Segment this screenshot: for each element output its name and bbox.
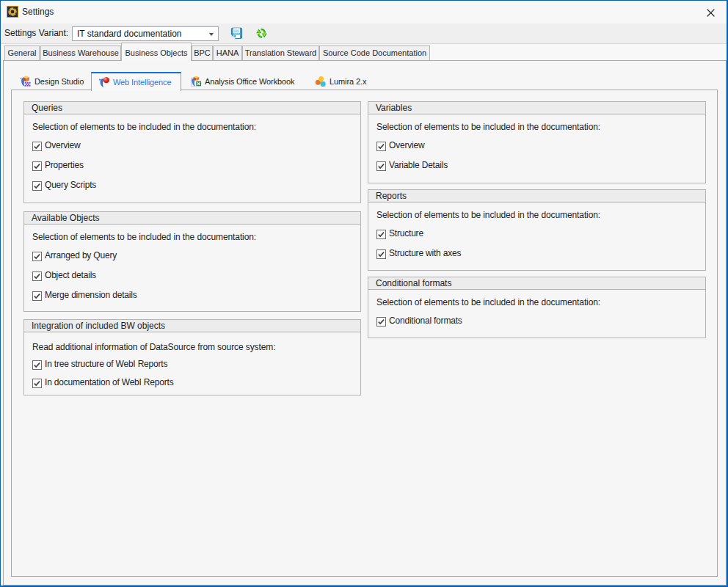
checkbox-checked-icon[interactable] — [32, 181, 42, 190]
group-title: Available Objects — [24, 212, 360, 225]
checkbox-label: Object details — [45, 270, 96, 280]
checkbox-label: Arranged by Query — [45, 250, 117, 260]
group-intro-text: Selection of elements to be included in … — [376, 210, 600, 220]
checkbox-conditional-formats[interactable]: Conditional formats — [376, 316, 462, 326]
checkbox-label: Conditional formats — [389, 316, 462, 326]
checkbox-overview[interactable]: Overview — [32, 140, 80, 150]
group-title: Queries — [24, 102, 360, 114]
group-title: Variables — [368, 102, 705, 114]
design-studio-icon — [20, 76, 32, 87]
tab-design-studio[interactable]: Design Studio — [15, 73, 91, 90]
group-title: Conditional formats — [368, 277, 705, 290]
group-title: Integration of included BW objects — [24, 320, 360, 332]
combobox-dropdown-icon[interactable] — [209, 33, 214, 36]
checkbox-checked-icon[interactable] — [32, 141, 42, 150]
checkbox-properties[interactable]: Properties — [32, 160, 84, 170]
group-intro-text: Selection of elements to be included in … — [376, 297, 600, 307]
tab-lumira[interactable]: Lumira 2.x — [310, 73, 372, 90]
settings-window: Settings Settings Variant: IT standard d… — [0, 0, 728, 587]
checkbox-checked-icon[interactable] — [376, 229, 386, 238]
tab-web-intelligence[interactable]: Web Intelligence — [91, 72, 181, 91]
checkbox-checked-icon[interactable] — [32, 161, 42, 170]
checkbox-in-tree-structure-of-webi-reports[interactable]: In tree structure of WebI Reports — [32, 359, 167, 369]
app-icon — [7, 6, 18, 18]
checkbox-checked-icon[interactable] — [32, 291, 42, 300]
checkbox-overview[interactable]: Overview — [376, 140, 424, 150]
group-title: Reports — [368, 190, 705, 203]
group-queries: QueriesSelection of elements to be inclu… — [23, 101, 361, 203]
group-intro-text: Selection of elements to be included in … — [376, 122, 600, 132]
checkbox-label: Overview — [389, 140, 424, 150]
tab-business-objects[interactable]: Business Objects — [121, 43, 192, 61]
group-conditional-formats: Conditional formatsSelection of elements… — [368, 277, 706, 338]
lumira-icon — [315, 76, 327, 87]
save-icon[interactable] — [230, 27, 243, 40]
group-intro-text: Selection of elements to be included in … — [32, 122, 256, 132]
settings-variant-combobox[interactable]: IT standard documentation — [72, 26, 219, 41]
window-title: Settings — [22, 1, 54, 23]
checkbox-in-documentation-of-webi-reports[interactable]: In documentation of WebI Reports — [32, 377, 173, 387]
checkbox-checked-icon[interactable] — [376, 316, 386, 326]
group-intro-text: Selection of elements to be included in … — [32, 232, 256, 242]
checkbox-label: In documentation of WebI Reports — [45, 377, 173, 387]
settings-variant-label: Settings Variant: — [4, 23, 68, 43]
checkbox-label: Merge dimension details — [45, 290, 136, 300]
web-intelligence-icon — [98, 76, 110, 88]
checkbox-arranged-by-query[interactable]: Arranged by Query — [32, 250, 117, 260]
titlebar: Settings — [1, 1, 727, 23]
checkbox-checked-icon[interactable] — [376, 249, 386, 258]
checkbox-structure[interactable]: Structure — [376, 228, 423, 238]
tab-analysis-office-workbook[interactable]: Analysis Office Workbook — [186, 73, 319, 90]
checkbox-label: Query Scripts — [45, 180, 96, 190]
group-available-objects: Available ObjectsSelection of elements t… — [23, 211, 361, 312]
checkbox-label: Structure — [389, 228, 423, 238]
checkbox-label: Structure with axes — [389, 248, 461, 258]
checkbox-merge-dimension-details[interactable]: Merge dimension details — [32, 290, 136, 300]
group-integration-of-included-bw-objects: Integration of included BW objectsRead a… — [23, 319, 361, 395]
close-icon — [707, 9, 715, 17]
checkbox-checked-icon[interactable] — [376, 161, 386, 170]
checkbox-label: In tree structure of WebI Reports — [45, 359, 167, 369]
checkbox-variable-details[interactable]: Variable Details — [376, 160, 448, 170]
checkbox-label: Variable Details — [389, 160, 448, 170]
checkbox-checked-icon[interactable] — [32, 251, 42, 260]
group-intro-text: Read additional information of DataSourc… — [32, 342, 275, 352]
group-reports: ReportsSelection of elements to be inclu… — [368, 189, 706, 271]
analysis-office-workbook-icon — [190, 76, 202, 87]
combobox-value: IT standard documentation — [77, 27, 182, 40]
close-button[interactable] — [701, 4, 720, 21]
checkbox-checked-icon[interactable] — [376, 141, 386, 150]
group-variables: VariablesSelection of elements to be inc… — [368, 101, 706, 183]
tab-business-warehouse[interactable]: Business Warehouse — [40, 45, 121, 60]
tab-hana[interactable]: HANA — [213, 45, 242, 60]
refresh-icon[interactable] — [255, 27, 268, 40]
checkbox-object-details[interactable]: Object details — [32, 270, 96, 280]
checkbox-query-scripts[interactable]: Query Scripts — [32, 180, 96, 190]
checkbox-checked-icon[interactable] — [32, 271, 42, 280]
checkbox-structure-with-axes[interactable]: Structure with axes — [376, 248, 461, 258]
tab-general[interactable]: General — [4, 45, 40, 60]
tab-source-code-documentation[interactable]: Source Code Documentation — [319, 45, 430, 60]
tab-bpc[interactable]: BPC — [192, 45, 213, 60]
checkbox-label: Properties — [45, 160, 84, 170]
checkbox-label: Overview — [45, 140, 80, 150]
checkbox-checked-icon[interactable] — [32, 378, 42, 387]
tab-translation-steward[interactable]: Translation Steward — [242, 45, 319, 60]
checkbox-checked-icon[interactable] — [32, 360, 42, 369]
